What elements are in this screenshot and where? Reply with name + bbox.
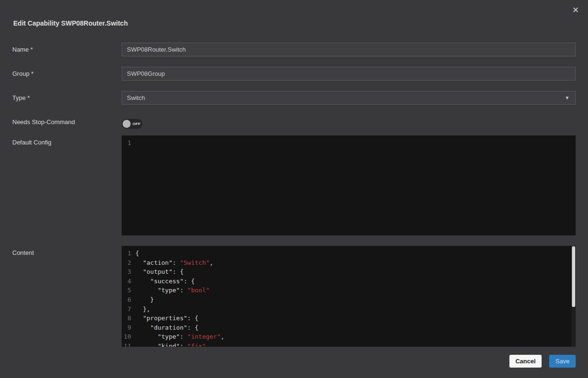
code-line: 11 "kind": "fix" [122, 342, 576, 347]
form-row-type: Type * Switch ▼ [12, 91, 576, 105]
toggle-state-label: OFF [131, 122, 143, 126]
type-select[interactable]: Switch ▼ [122, 91, 576, 105]
line-number: 1 [122, 249, 131, 258]
code-text: "success": { [135, 278, 195, 285]
modal-footer: Cancel Save [0, 355, 588, 368]
save-button[interactable]: Save [549, 355, 576, 368]
edit-capability-form: Name * Group * Type * Switch ▼ Needs Sto… [0, 43, 588, 347]
line-number: 5 [122, 286, 131, 295]
code-line: 5 "type": "bool" [122, 286, 576, 295]
chevron-down-icon: ▼ [565, 95, 570, 100]
code-line: 6 } [122, 295, 576, 305]
line-number: 9 [122, 323, 131, 333]
scrollbar-thumb[interactable] [572, 246, 575, 307]
group-input[interactable] [122, 67, 576, 81]
code-text: "duration": { [135, 324, 198, 331]
group-label: Group * [12, 67, 122, 77]
line-number: 6 [122, 295, 131, 305]
code-text: "properties": { [135, 315, 198, 322]
code-line: 3 "output": { [122, 267, 576, 277]
form-row-name: Name * [12, 43, 576, 56]
code-text: "output": { [135, 268, 184, 275]
form-row-group: Group * [12, 67, 576, 81]
code-line: 9 "duration": { [122, 323, 576, 333]
name-input[interactable] [122, 43, 576, 56]
name-label: Name * [12, 43, 122, 53]
line-number: 8 [122, 314, 131, 323]
content-label: Content [12, 246, 122, 256]
line-number: 1 [122, 138, 131, 148]
close-icon[interactable]: ✕ [572, 6, 579, 14]
form-row-needs-stop-command: Needs Stop-Command OFF [12, 117, 576, 129]
line-number: 3 [122, 267, 131, 277]
code-text: "kind": "fix" [135, 342, 206, 347]
type-select-value: Switch [127, 94, 565, 101]
line-number: 2 [122, 258, 131, 268]
code-text: }, [135, 306, 150, 313]
default-config-label: Default Config [12, 135, 122, 146]
content-editor-scrollbar[interactable] [571, 246, 576, 347]
cancel-button[interactable]: Cancel [509, 355, 542, 368]
code-text: "type": "bool" [135, 287, 210, 294]
needs-stop-command-label: Needs Stop-Command [12, 117, 122, 126]
code-line: 2 "action": "Switch", [122, 258, 576, 268]
line-number: 11 [122, 342, 131, 347]
code-line: 7 }, [122, 305, 576, 314]
line-number: 4 [122, 277, 131, 286]
modal-title: Edit Capability SWP08Router.Switch [13, 19, 575, 27]
modal-header: Edit Capability SWP08Router.Switch [0, 0, 588, 27]
code-line: 8 "properties": { [122, 314, 576, 323]
needs-stop-command-toggle[interactable]: OFF [122, 119, 143, 129]
type-label: Type * [12, 91, 122, 101]
form-row-content: Content 1{2 "action": "Switch",3 "output… [12, 246, 576, 347]
code-line: 1 [122, 138, 576, 148]
toggle-knob [123, 120, 131, 128]
code-text: } [135, 296, 154, 303]
content-editor[interactable]: 1{2 "action": "Switch",3 "output": {4 "s… [122, 246, 576, 347]
code-line: 1{ [122, 249, 576, 258]
code-line: 10 "type": "integer", [122, 332, 576, 342]
code-text: "action": "Switch", [135, 259, 213, 266]
code-text: { [135, 250, 139, 257]
line-number: 10 [122, 332, 131, 342]
line-number: 7 [122, 305, 131, 314]
form-row-default-config: Default Config 1 [12, 135, 576, 235]
default-config-editor[interactable]: 1 [122, 135, 576, 235]
code-line: 4 "success": { [122, 277, 576, 286]
code-text: "type": "integer", [135, 333, 224, 340]
